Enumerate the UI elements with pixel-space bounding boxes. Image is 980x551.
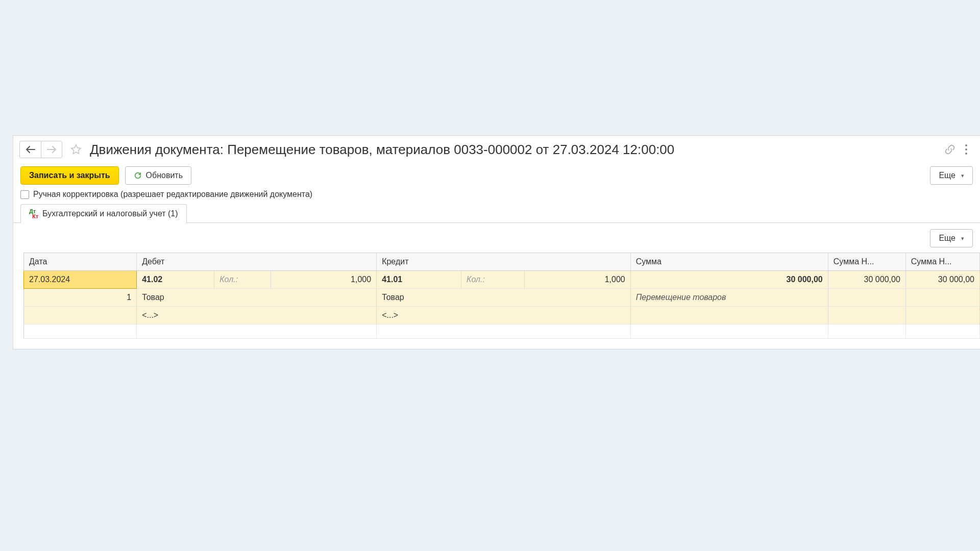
col-debit[interactable]: Дебет <box>137 253 377 271</box>
cell-sum[interactable]: 30 000,00 <box>630 271 828 289</box>
nav-forward-button[interactable] <box>41 141 62 158</box>
cell-debit-qty-label: Кол.: <box>214 271 271 289</box>
document-movements-window: Движения документа: Перемещение товаров,… <box>13 135 980 349</box>
refresh-button[interactable]: Обновить <box>125 166 191 185</box>
tab-accounting[interactable]: ДтКт Бухгалтерский и налоговый учет (1) <box>20 204 187 223</box>
col-date[interactable]: Дата <box>24 253 137 271</box>
manual-edit-label: Ручная корректировка (разрешает редактир… <box>33 190 312 199</box>
titlebar: Движения документа: Перемещение товаров,… <box>13 136 980 164</box>
cell-date[interactable]: 27.03.2024 <box>24 271 137 289</box>
cell-sum-n2[interactable]: 30 000,00 <box>905 271 979 289</box>
link-button[interactable] <box>944 144 955 155</box>
cell-sum-n1[interactable]: 30 000,00 <box>828 271 905 289</box>
save-and-close-button[interactable]: Записать и закрыть <box>20 166 119 185</box>
col-credit[interactable]: Кредит <box>377 253 631 271</box>
refresh-icon <box>134 171 142 180</box>
table-row[interactable]: 1 Товар Товар Перемещение товаров <box>24 289 980 307</box>
grid-toolbar: Еще <box>13 223 980 253</box>
svg-point-1 <box>965 148 967 151</box>
star-icon <box>70 144 82 155</box>
cell-empty <box>24 307 137 324</box>
grid-more-button[interactable]: Еще <box>930 229 973 247</box>
table-row[interactable]: <...> <...> <box>24 307 980 324</box>
arrow-left-icon <box>26 146 35 153</box>
more-menu-button[interactable] <box>965 144 968 155</box>
cell-debit-account[interactable]: 41.02 <box>137 271 214 289</box>
favorite-button[interactable] <box>67 141 85 158</box>
grid-container: Дата Дебет Кредит Сумма Сумма Н... Сумма… <box>13 253 980 349</box>
main-toolbar: Записать и закрыть Обновить Еще <box>13 164 980 190</box>
cell-empty <box>630 307 828 324</box>
nav-back-button[interactable] <box>19 141 41 158</box>
manual-edit-checkbox[interactable] <box>20 190 29 199</box>
cell-credit-qty[interactable]: 1,000 <box>525 271 630 289</box>
col-sum-n2[interactable]: Сумма Н... <box>905 253 979 271</box>
nav-buttons <box>19 141 62 158</box>
tabs-bar: ДтКт Бухгалтерский и налоговый учет (1) <box>13 204 980 223</box>
window-title: Движения документа: Перемещение товаров,… <box>90 142 941 158</box>
refresh-label: Обновить <box>146 171 183 180</box>
cell-credit-item[interactable]: Товар <box>377 289 631 307</box>
cell-debit-item[interactable]: Товар <box>137 289 377 307</box>
dt-kt-icon: ДтКт <box>29 209 38 219</box>
table-row[interactable]: 27.03.2024 41.02 Кол.: 1,000 41.01 Кол.:… <box>24 271 980 289</box>
table-blank-row <box>24 324 980 339</box>
manual-edit-row: Ручная корректировка (разрешает редактир… <box>13 190 980 204</box>
arrow-right-icon <box>47 146 56 153</box>
postings-table: Дата Дебет Кредит Сумма Сумма Н... Сумма… <box>23 253 980 339</box>
svg-point-0 <box>965 144 967 146</box>
link-icon <box>944 144 955 155</box>
more-button[interactable]: Еще <box>930 166 973 185</box>
cell-debit-qty[interactable]: 1,000 <box>271 271 376 289</box>
cell-sum-desc[interactable]: Перемещение товаров <box>630 289 828 307</box>
titlebar-actions <box>944 144 973 155</box>
col-sum[interactable]: Сумма <box>630 253 828 271</box>
cell-debit-extra[interactable]: <...> <box>137 307 377 324</box>
tab-accounting-label: Бухгалтерский и налоговый учет (1) <box>42 209 178 218</box>
cell-empty <box>905 307 979 324</box>
cell-empty <box>828 289 905 307</box>
cell-credit-qty-label: Кол.: <box>461 271 525 289</box>
col-sum-n1[interactable]: Сумма Н... <box>828 253 905 271</box>
cell-credit-account[interactable]: 41.01 <box>377 271 461 289</box>
dots-vertical-icon <box>965 144 968 155</box>
cell-credit-extra[interactable]: <...> <box>377 307 631 324</box>
cell-row-num[interactable]: 1 <box>24 289 137 307</box>
cell-empty <box>905 289 979 307</box>
svg-point-2 <box>965 153 967 155</box>
table-header-row: Дата Дебет Кредит Сумма Сумма Н... Сумма… <box>24 253 980 271</box>
cell-empty <box>828 307 905 324</box>
